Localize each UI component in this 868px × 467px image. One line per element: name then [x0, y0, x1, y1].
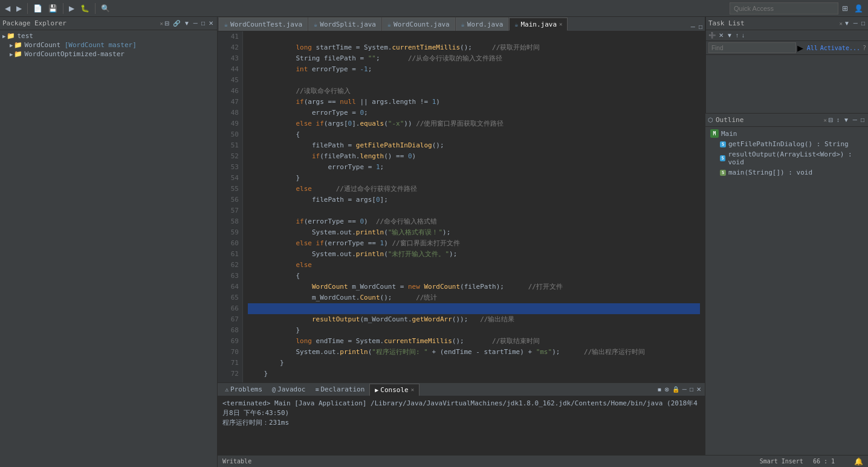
- task-down-button[interactable]: ↓: [740, 31, 746, 39]
- new-button[interactable]: 📄: [31, 3, 45, 14]
- scroll-lock-button[interactable]: 🔒: [671, 385, 681, 393]
- package-explorer-panel: Package Explorer ✕ ⊟ 🔗 ▼ ─ □ ✕ ▶ 📁 test: [0, 17, 217, 467]
- user-button[interactable]: 👤: [852, 3, 866, 14]
- minimize-editor-button[interactable]: ─: [690, 23, 696, 31]
- code-line: else if(args[0].equals("-x")) //使用窗口界面获取…: [248, 118, 700, 129]
- code-area[interactable]: long startTime = System.currentTimeMilli…: [243, 31, 705, 382]
- task-list-maximize-button[interactable]: □: [860, 19, 866, 27]
- tab-problems[interactable]: ⚠ Problems: [220, 384, 267, 396]
- run-button[interactable]: ▶: [66, 3, 77, 14]
- find-input[interactable]: [708, 42, 796, 53]
- code-line: }: [248, 325, 700, 336]
- java-file-icon: ☕: [224, 21, 228, 28]
- code-line: [248, 31, 700, 42]
- line-numbers: 41 42 43 44 45 46 47 48 49 50 51 52: [218, 31, 243, 382]
- tab-bar-controls: ─ □: [690, 23, 704, 31]
- outline-menu-button[interactable]: ▼: [842, 116, 850, 124]
- outline-item[interactable]: S main(String[]) : void: [705, 167, 868, 178]
- back-button[interactable]: ◀: [2, 3, 13, 14]
- outline-item[interactable]: S resultOutput(ArrayList<Word>) : void: [705, 149, 868, 167]
- outline-item[interactable]: M Main: [705, 128, 868, 139]
- search-button[interactable]: 🔍: [99, 3, 112, 14]
- terminate-button[interactable]: ■: [656, 385, 662, 393]
- tab-word[interactable]: ☕ Word.java: [456, 18, 509, 31]
- maximize-console-button[interactable]: □: [688, 385, 695, 393]
- minimize-console-button[interactable]: ─: [681, 385, 688, 393]
- bottom-panel: ⚠ Problems @ Javadoc ≡ Declaration ▶: [218, 382, 705, 455]
- package-tree: ▶ 📁 test ▶ 📁 WordCount [WordCount master…: [0, 30, 217, 467]
- outline-title-bar: ⬡ Outline ✕ ⊟ ↕ ▼ ─ □: [705, 114, 868, 127]
- find-help-icon[interactable]: ?: [863, 45, 866, 51]
- list-item[interactable]: ▶ 📁 WordCount [WordCount master]: [0, 40, 217, 50]
- outline-sort-button[interactable]: ↕: [835, 116, 841, 124]
- tab-close-icon[interactable]: ✕: [559, 21, 562, 27]
- outline-panel: Task List ✕ ▼ ─ □ ➕ ✕ ▼ ↑ ↓: [705, 17, 868, 455]
- find-all-label[interactable]: All: [807, 45, 818, 51]
- tab-wordsplit[interactable]: ☕ WordSplit.java: [308, 18, 381, 31]
- tab-label: Word.java: [467, 21, 504, 28]
- code-line: filePath = args[0];: [248, 195, 700, 205]
- editor-content[interactable]: 41 42 43 44 45 46 47 48 49 50 51 52: [218, 31, 705, 382]
- link-editor-button[interactable]: 🔗: [172, 19, 181, 27]
- main-layout: Package Explorer ✕ ⊟ 🔗 ▼ ─ □ ✕ ▶ 📁 test: [0, 17, 868, 467]
- tab-wordcounttest[interactable]: ☕ WordCountTest.java: [219, 18, 308, 31]
- tab-label: WordCountTest.java: [230, 21, 302, 28]
- menu-button[interactable]: ▼: [183, 19, 191, 27]
- new-task-button[interactable]: ➕: [707, 31, 717, 39]
- find-expand-button[interactable]: ▶: [796, 43, 805, 53]
- close-panel-button[interactable]: ✕: [207, 19, 215, 27]
- tree-item-label: test: [17, 32, 33, 40]
- outline-icons: ⊟ ↕ ▼ ─ □: [827, 116, 866, 124]
- minimize-button[interactable]: ─: [192, 19, 199, 27]
- split-area: ☕ WordCountTest.java ☕ WordSplit.java ☕ …: [218, 17, 868, 455]
- clear-button[interactable]: ⊗: [663, 385, 670, 393]
- outline-item[interactable]: S getFilePathInDialog() : String: [705, 139, 868, 149]
- maximize-button[interactable]: □: [200, 19, 206, 27]
- collapse-all-button[interactable]: ⊟: [163, 19, 170, 27]
- task-list-panel: Task List ✕ ▼ ─ □ ➕ ✕ ▼ ↑ ↓: [705, 17, 868, 114]
- outline-collapse-button[interactable]: ⊟: [827, 116, 834, 124]
- status-bar: Writable Smart Insert 66 : 1 🔔: [218, 455, 868, 467]
- code-line: }: [248, 173, 700, 184]
- perspective-button[interactable]: ⊞: [840, 3, 850, 14]
- code-line: [248, 303, 700, 314]
- tab-declaration[interactable]: ≡ Declaration: [310, 384, 369, 396]
- console-tab-close-icon[interactable]: ✕: [411, 387, 414, 393]
- tab-console[interactable]: ▶ Console ✕: [369, 384, 419, 396]
- tab-main[interactable]: ☕ Main.java ✕: [509, 18, 568, 31]
- editor-and-console: ☕ WordCountTest.java ☕ WordSplit.java ☕ …: [218, 17, 705, 455]
- task-up-button[interactable]: ↑: [734, 31, 740, 39]
- maximize-editor-button[interactable]: □: [698, 23, 704, 31]
- task-list-menu-button[interactable]: ▼: [843, 19, 851, 27]
- code-line: WordCount m_WordCount = new WordCount(fi…: [248, 282, 700, 292]
- save-button[interactable]: 💾: [46, 3, 60, 14]
- list-item[interactable]: ▶ 📁 test: [0, 31, 217, 40]
- console-toolbar: ■ ⊗ 🔒 ─ □ ✕: [656, 385, 702, 393]
- code-line: else: [248, 260, 700, 271]
- tab-javadoc[interactable]: @ Javadoc: [267, 384, 310, 396]
- delete-task-button[interactable]: ✕: [717, 31, 725, 39]
- project-icon: 📁: [7, 32, 15, 40]
- code-line: long endTime = System.currentTimeMillis(…: [248, 336, 700, 347]
- find-activate-label[interactable]: Activate...: [820, 45, 860, 51]
- tab-label: Problems: [230, 385, 262, 393]
- quick-access-input[interactable]: [730, 2, 838, 14]
- list-item[interactable]: ▶ 📁 WordCountOptimized-master: [0, 50, 217, 59]
- project-icon: 📁: [14, 41, 22, 49]
- outline-maximize-button[interactable]: □: [860, 116, 866, 124]
- task-filter-button[interactable]: ▼: [725, 31, 734, 39]
- console-terminated-line: <terminated> Main [Java Application] /Li…: [222, 399, 700, 418]
- debug-button[interactable]: 🐛: [78, 3, 92, 14]
- code-line: [248, 75, 700, 86]
- outline-minimize-button[interactable]: ─: [852, 116, 858, 124]
- forward-button[interactable]: ▶: [14, 3, 24, 14]
- code-line: System.out.println("程序运行时间: " + (endTime…: [248, 347, 700, 358]
- tab-wordcount[interactable]: ☕ WordCount.java: [382, 18, 455, 31]
- class-badge: M: [710, 129, 719, 138]
- separator-2: [63, 3, 63, 14]
- editor-tab-bar: ☕ WordCountTest.java ☕ WordSplit.java ☕ …: [218, 17, 705, 31]
- close-console-button[interactable]: ✕: [695, 385, 702, 393]
- console-tab-bar: ⚠ Problems @ Javadoc ≡ Declaration ▶: [218, 383, 705, 396]
- task-list-minimize-button[interactable]: ─: [852, 19, 859, 27]
- task-list-title: Task List: [708, 19, 838, 27]
